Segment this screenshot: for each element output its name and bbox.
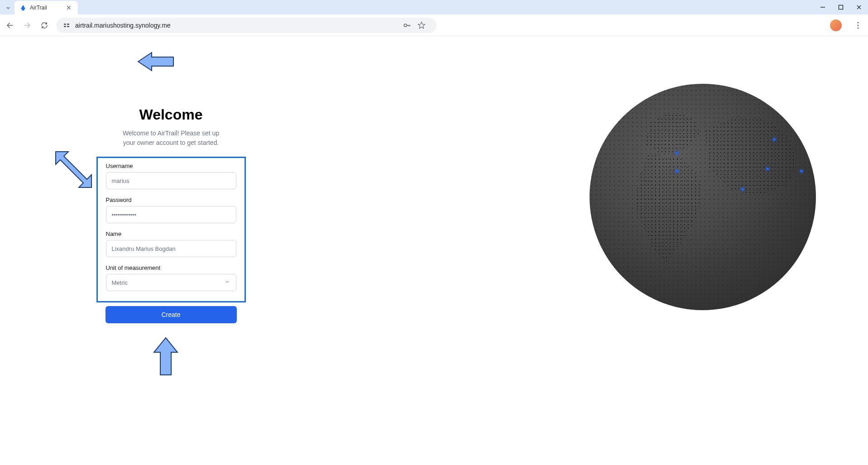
username-input[interactable]: marius — [106, 172, 236, 189]
bookmark-star-icon[interactable] — [417, 21, 426, 29]
svg-rect-1 — [839, 5, 843, 10]
password-label: Password — [106, 197, 236, 203]
globe-marker — [766, 168, 769, 170]
svg-point-7 — [858, 22, 859, 23]
profile-avatar[interactable] — [830, 19, 842, 31]
close-window-button[interactable] — [854, 2, 864, 13]
globe-marker — [800, 170, 803, 173]
svg-rect-5 — [67, 26, 69, 27]
page-title: Welcome — [139, 106, 203, 123]
name-label: Name — [106, 230, 236, 237]
window-controls — [817, 2, 864, 13]
page-content: Welcome Welcome to AirTrail! Please set … — [0, 36, 868, 465]
tab-title: AirTrail — [30, 5, 47, 11]
annotation-arrow-form-icon — [53, 149, 92, 188]
svg-point-9 — [858, 27, 859, 29]
password-input[interactable]: •••••••••••• — [106, 206, 236, 223]
svg-marker-11 — [56, 152, 91, 187]
browser-toolbar: airtrail.mariushosting.synology.me — [0, 14, 868, 36]
unit-label: Unit of measurement — [106, 264, 236, 271]
close-tab-button[interactable]: ✕ — [65, 4, 72, 11]
tab-search-button[interactable] — [2, 2, 14, 14]
svg-rect-4 — [64, 26, 66, 27]
password-key-icon[interactable] — [403, 21, 411, 29]
browser-tab-strip: AirTrail ✕ — [0, 0, 868, 14]
airtrail-favicon-icon — [20, 5, 26, 11]
annotation-arrow-button-icon — [152, 337, 179, 377]
chevron-down-icon — [224, 279, 230, 287]
svg-marker-10 — [138, 53, 173, 71]
url-text: airtrail.mariushosting.synology.me — [75, 22, 398, 29]
page-subtitle: Welcome to AirTrail! Please set up your … — [123, 129, 219, 148]
svg-point-6 — [404, 24, 407, 27]
maximize-button[interactable] — [835, 2, 846, 13]
globe-marker — [676, 152, 678, 154]
create-button[interactable]: Create — [106, 306, 237, 323]
address-bar[interactable]: airtrail.mariushosting.synology.me — [56, 18, 436, 33]
globe-marker — [676, 170, 678, 173]
globe-visualization — [590, 84, 816, 310]
name-input[interactable]: Lixandru Marius Bogdan — [106, 240, 236, 257]
browser-menu-button[interactable] — [853, 20, 863, 31]
site-settings-icon[interactable] — [62, 21, 71, 29]
browser-tab[interactable]: AirTrail ✕ — [14, 1, 78, 14]
setup-form: Username marius Password •••••••••••• Na… — [96, 157, 246, 302]
back-button[interactable] — [5, 20, 15, 31]
minimize-button[interactable] — [817, 2, 828, 13]
svg-rect-2 — [64, 24, 66, 25]
svg-marker-12 — [154, 338, 177, 375]
reload-button[interactable] — [39, 20, 50, 31]
globe-marker — [773, 138, 776, 141]
forward-button[interactable] — [22, 20, 33, 31]
unit-select[interactable]: Metric — [106, 274, 236, 291]
setup-panel: Welcome Welcome to AirTrail! Please set … — [0, 36, 342, 465]
globe-marker — [741, 188, 744, 191]
username-label: Username — [106, 163, 236, 169]
svg-rect-3 — [67, 24, 69, 25]
annotation-arrow-url-icon — [137, 49, 175, 74]
svg-point-8 — [858, 24, 859, 26]
